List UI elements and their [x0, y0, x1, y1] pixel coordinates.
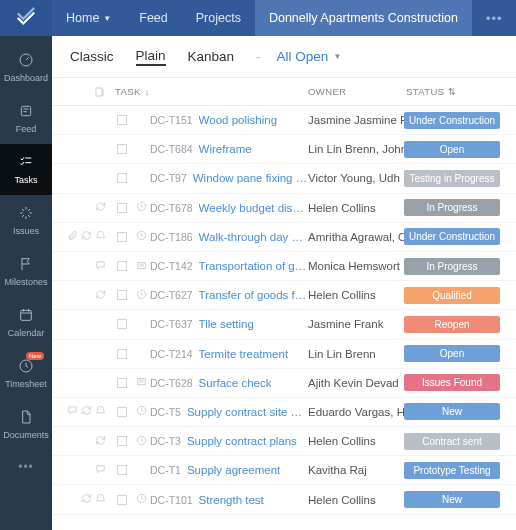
- status-badge[interactable]: In Progress: [404, 258, 500, 275]
- table-row[interactable]: DC-T151Wood polishingJasmine Jasmine FUn…: [52, 106, 516, 135]
- view-kanban[interactable]: Kanban: [188, 49, 235, 64]
- table-row[interactable]: DC-T678Weekly budget discussionHelen Col…: [52, 194, 516, 223]
- task-title-link[interactable]: Supply contract plans: [187, 435, 297, 447]
- row-checkbox[interactable]: [117, 407, 127, 417]
- row-checkbox[interactable]: [117, 232, 127, 242]
- task-owner: Monica Hemswort: [308, 260, 404, 272]
- status-badge[interactable]: In Progress: [404, 199, 500, 216]
- col-owner-header[interactable]: OWNER: [308, 86, 404, 97]
- table-row[interactable]: DC-T637Tile settingJasmine FrankReopen: [52, 310, 516, 339]
- row-checkbox[interactable]: [117, 144, 127, 154]
- row-checkbox[interactable]: [117, 378, 127, 388]
- col-task-header[interactable]: TASK ↓: [112, 86, 308, 97]
- status-badge[interactable]: Contract sent: [404, 433, 500, 450]
- status-badge[interactable]: Prototype Testing: [404, 462, 500, 479]
- nav-home[interactable]: Home ▼: [52, 0, 125, 36]
- table-row[interactable]: DC-T5Supply contract site planEduardo Va…: [52, 398, 516, 427]
- row-checkbox[interactable]: [117, 319, 127, 329]
- sidebar-tasks[interactable]: Tasks: [0, 144, 52, 195]
- sidebar-milestones[interactable]: Milestones: [0, 246, 52, 297]
- task-title-link[interactable]: Weekly budget discussion: [199, 202, 308, 214]
- row-checkbox[interactable]: [117, 261, 127, 271]
- status-badge[interactable]: Open: [404, 141, 500, 158]
- task-title-link[interactable]: Surface check: [199, 377, 272, 389]
- row-checkbox[interactable]: [117, 465, 127, 475]
- gutter-tool-icon[interactable]: [52, 86, 112, 98]
- task-title-link[interactable]: Strength test: [199, 494, 264, 506]
- view-plain[interactable]: Plain: [136, 48, 166, 66]
- sort-desc-icon: ↓: [145, 87, 150, 97]
- nav-feed[interactable]: Feed: [125, 0, 182, 36]
- table-row[interactable]: DC-T3Supply contract plansHelen CollinsC…: [52, 427, 516, 456]
- task-id: DC-T1: [150, 464, 181, 476]
- sidebar-timesheet[interactable]: New Timesheet: [0, 348, 52, 399]
- sidebar-issues[interactable]: Issues: [0, 195, 52, 246]
- task-id: DC-T142: [150, 260, 193, 272]
- table-row[interactable]: DC-T214Termite treatmentLin Lin BrennOpe…: [52, 340, 516, 369]
- task-title-link[interactable]: Walk-through day plan: [199, 231, 308, 243]
- row-checkbox[interactable]: [117, 173, 127, 183]
- status-badge[interactable]: New: [404, 403, 500, 420]
- status-badge[interactable]: Issues Found: [404, 374, 500, 391]
- task-title-link[interactable]: Window pane fixing - Engine…: [193, 172, 308, 184]
- task-title-link[interactable]: Wireframe: [199, 143, 252, 155]
- task-owner: Lin Lin Brenn: [308, 348, 404, 360]
- svg-rect-7: [137, 262, 144, 268]
- recur-icon: [95, 289, 106, 302]
- row-checkbox[interactable]: [117, 290, 127, 300]
- nav-projects[interactable]: Projects: [182, 0, 255, 36]
- status-badge[interactable]: Reopen: [404, 316, 500, 333]
- row-checkbox[interactable]: [117, 436, 127, 446]
- reminder-icon: [95, 493, 106, 506]
- row-checkbox[interactable]: [117, 349, 127, 359]
- spark-icon: [18, 203, 34, 223]
- checklist-icon: [18, 152, 34, 172]
- table-row[interactable]: DC-T628Surface checkAjith Kevin DevadIss…: [52, 369, 516, 398]
- task-title-link[interactable]: Supply contract site plan: [187, 406, 308, 418]
- task-title-link[interactable]: Termite treatment: [199, 348, 288, 360]
- status-badge[interactable]: Open: [404, 345, 500, 362]
- task-title-link[interactable]: Wood polishing: [199, 114, 277, 126]
- sidebar-documents[interactable]: Documents: [0, 399, 52, 450]
- table-header: TASK ↓ OWNER STATUS ⇅: [52, 78, 516, 106]
- sidebar-more[interactable]: •••: [18, 460, 34, 474]
- task-title-link[interactable]: Transportation of goods: [199, 260, 308, 272]
- table-row[interactable]: DC-T101Strength testHelen CollinsNew: [52, 485, 516, 514]
- task-id: DC-T186: [150, 231, 193, 243]
- filter-dropdown[interactable]: All Open ▼: [277, 49, 342, 64]
- recur-icon: [81, 493, 92, 506]
- status-badge[interactable]: Qualified: [404, 287, 500, 304]
- col-status-header[interactable]: STATUS ⇅: [404, 86, 516, 97]
- status-badge[interactable]: Under Construction: [404, 228, 500, 245]
- row-checkbox[interactable]: [117, 203, 127, 213]
- new-badge: New: [26, 352, 44, 360]
- sidebar-feed[interactable]: Feed: [0, 93, 52, 144]
- svg-rect-1: [21, 106, 30, 115]
- task-title-link[interactable]: Supply agreement: [187, 464, 280, 476]
- svg-rect-9: [137, 379, 144, 385]
- task-id: DC-T214: [150, 348, 193, 360]
- clock-icon: [136, 289, 147, 302]
- flag-icon: [18, 254, 34, 274]
- table-row[interactable]: DC-T142Transportation of goodsMonica Hem…: [52, 252, 516, 281]
- sidebar-dashboard[interactable]: Dashboard: [0, 42, 52, 93]
- task-id: DC-T678: [150, 202, 193, 214]
- status-badge[interactable]: New: [404, 491, 500, 508]
- status-badge[interactable]: Testing in Progress: [404, 170, 500, 187]
- app-logo[interactable]: [0, 0, 52, 36]
- task-title-link[interactable]: Tile setting: [199, 318, 254, 330]
- status-badge[interactable]: Under Construction: [404, 112, 500, 129]
- row-checkbox[interactable]: [117, 495, 127, 505]
- table-row[interactable]: DC-T97Window pane fixing - Engine…Victor…: [52, 164, 516, 193]
- sidebar-calendar[interactable]: Calendar: [0, 297, 52, 348]
- task-title-link[interactable]: Transfer of goods from stor…: [199, 289, 308, 301]
- row-checkbox[interactable]: [117, 115, 127, 125]
- table-row[interactable]: DC-T684WireframeLin Lin Brenn, JohnOpen: [52, 135, 516, 164]
- nav-project-active[interactable]: Donnelly Apartments Construction: [255, 0, 472, 36]
- recur-icon: [81, 405, 92, 418]
- table-row[interactable]: DC-T186Walk-through day planAmritha Agra…: [52, 223, 516, 252]
- view-classic[interactable]: Classic: [70, 49, 114, 64]
- table-row[interactable]: DC-T627Transfer of goods from stor…Helen…: [52, 281, 516, 310]
- table-row[interactable]: DC-T1Supply agreementKavitha RajPrototyp…: [52, 456, 516, 485]
- nav-more[interactable]: •••: [472, 0, 502, 36]
